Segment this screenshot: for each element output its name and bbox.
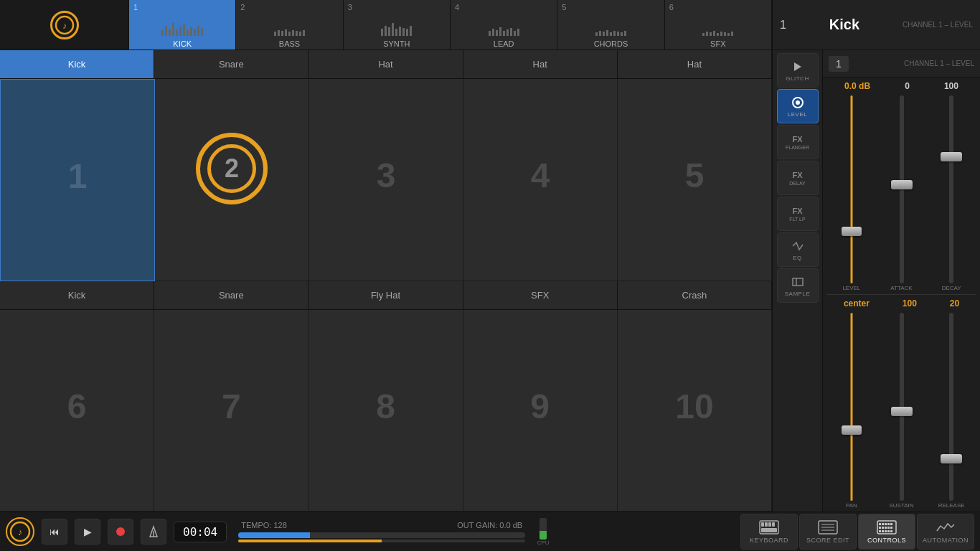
release-thumb[interactable] (941, 454, 962, 463)
pad-4[interactable]: 4 (463, 79, 618, 281)
play-button[interactable]: ▶ (75, 519, 100, 545)
channel-tab-synth[interactable]: 3 Synth (344, 0, 451, 50)
pad-num-7: 7 (222, 390, 241, 424)
channel-tabs: 1 Kick 2 Bass 3 (129, 0, 772, 50)
svg-rect-32 (890, 527, 892, 529)
pad-8[interactable]: 8 (308, 310, 463, 512)
pad-1[interactable]: 1 (0, 79, 155, 281)
sidebar-btn-flanger[interactable]: FX FLANGER (777, 125, 819, 159)
pad-header-flyhat: Fly Hat (308, 281, 463, 309)
progress-fill (238, 532, 310, 538)
tab-name-lead: Lead (494, 39, 514, 48)
pad-10[interactable]: 10 (618, 310, 772, 512)
release-slider-col: RELEASE (928, 313, 974, 509)
record-button[interactable] (108, 519, 133, 545)
metronome-button[interactable] (141, 519, 166, 545)
sidebar-btn-delay[interactable]: FX DELAY (777, 161, 819, 195)
channel-number-area: 1 (780, 19, 786, 32)
release-track (949, 313, 953, 501)
cpu-meter (540, 518, 547, 540)
tab-num-4: 4 (455, 3, 459, 11)
pad-ring-inner-2: 2 (207, 144, 256, 193)
channel-title: Kick (786, 17, 903, 33)
svg-point-9 (116, 527, 125, 536)
pad-9[interactable]: 9 (463, 310, 618, 512)
svg-marker-2 (794, 62, 801, 71)
tab-name-chords: Chords (594, 39, 628, 48)
attack-track (900, 95, 904, 283)
channel-tab-chords[interactable]: 5 Chords (557, 0, 664, 50)
decay-slider-label: DECAY (942, 285, 961, 291)
pad-header-snare2: Snare (154, 281, 308, 309)
fltlp-fx-icon: FX (792, 207, 802, 215)
pad-header-hat2: Hat (463, 50, 618, 78)
nav-score-edit-button[interactable]: SCORE EDIT (799, 514, 857, 550)
controls-icon (877, 520, 897, 534)
main-area: Kick Snare Hat Hat Hat 1 (0, 50, 980, 512)
channel-tab-sfx[interactable]: 6 SFX (665, 0, 772, 50)
sidebar: GLITCH LEVEL FX FLANGER FX DELAY FX FLT … (772, 50, 822, 512)
rewind-button[interactable]: ⏮ (42, 519, 67, 545)
pad-row1-headers: Kick Snare Hat Hat Hat (0, 50, 772, 79)
right-ch-label: CHANNEL 1 – LEVEL (904, 60, 974, 67)
attack-slider-col: ATTACK (879, 95, 925, 291)
sidebar-btn-sample[interactable]: SAMPLE (777, 268, 819, 303)
level-thumb[interactable] (842, 227, 862, 236)
sustain-thumb[interactable] (891, 407, 913, 416)
tab-bars-5 (595, 16, 626, 36)
sidebar-btn-glitch[interactable]: GLITCH (777, 53, 819, 88)
tab-bars-2 (274, 16, 305, 36)
pad-ring-2: 2 (196, 133, 268, 204)
delay-fx-icon: FX (792, 171, 802, 179)
tab-bars-6 (702, 16, 733, 36)
sustain-slider-label: SUSTAIN (889, 502, 913, 509)
tab-name-synth: Synth (383, 39, 410, 48)
level-label: LEVEL (788, 111, 807, 118)
pad-2[interactable]: 2 (155, 79, 309, 281)
svg-rect-30 (885, 527, 887, 529)
channel-tab-kick[interactable]: 1 Kick (129, 0, 236, 50)
svg-rect-23 (879, 523, 881, 525)
top-sliders-section: LEVEL ATTACK DECAY (823, 93, 980, 294)
pad-row2: 6 7 8 9 10 (0, 310, 772, 512)
nav-keyboard-button[interactable]: KEYBOARD (740, 514, 798, 550)
pad-num-8: 8 (376, 390, 395, 424)
channel-tab-bass[interactable]: 2 Bass (236, 0, 343, 50)
pan-thumb[interactable] (842, 425, 862, 435)
svg-rect-26 (887, 523, 890, 525)
channel-number: 1 (780, 19, 786, 32)
decay-thumb[interactable] (941, 152, 962, 161)
attack-thumb[interactable] (891, 180, 913, 189)
progress-bar[interactable] (238, 532, 525, 538)
automation-label: AUTOMATION (923, 537, 969, 544)
app-logo: ♪ (0, 0, 129, 50)
bottom-bar: ♪ ⏮ ▶ 00:04 TEMPO: 128 OUT GAIN: 0.0 dB (0, 512, 980, 551)
sample-icon (791, 275, 805, 289)
pad-3[interactable]: 3 (309, 79, 463, 281)
right-panel-channel-header: 1 CHANNEL 1 – LEVEL (823, 50, 980, 77)
bottom-nav: KEYBOARD SCORE EDIT (740, 514, 974, 550)
score-edit-icon (818, 520, 838, 534)
nav-automation-button[interactable]: AUTOMATION (917, 514, 974, 550)
nav-controls-button[interactable]: CONTROLS (858, 514, 915, 550)
gain-bar[interactable] (238, 540, 525, 542)
pad-7[interactable]: 7 (154, 310, 308, 512)
svg-rect-16 (772, 522, 775, 527)
sidebar-btn-fltlp[interactable]: FX FLT LP (777, 197, 819, 231)
svg-rect-31 (887, 527, 890, 529)
automation-icon (936, 520, 956, 534)
channel-label-text: CHANNEL 1 – LEVEL (903, 21, 973, 29)
pad-header-snare: Snare (154, 50, 308, 78)
pad-5[interactable]: 5 (618, 79, 772, 281)
pad-6[interactable]: 6 (0, 310, 154, 512)
sidebar-btn-eq[interactable]: EQ (777, 232, 819, 267)
svg-point-4 (796, 100, 800, 105)
fltlp-label: FLT LP (789, 217, 805, 222)
svg-rect-35 (885, 530, 887, 532)
channel-tab-lead[interactable]: 4 Lead (451, 0, 557, 50)
eq-label: EQ (793, 255, 802, 261)
tempo-gain-labels: TEMPO: 128 OUT GAIN: 0.0 dB (238, 521, 525, 529)
record-icon (116, 527, 126, 537)
tab-bars-3 (381, 16, 412, 36)
sidebar-btn-level[interactable]: LEVEL (777, 89, 819, 123)
